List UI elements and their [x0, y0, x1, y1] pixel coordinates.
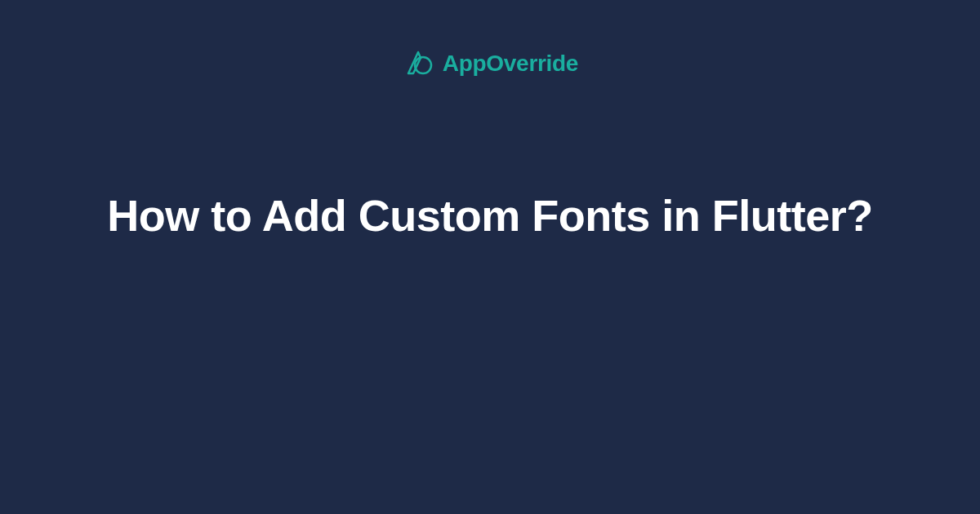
brand-header: AppOverride: [402, 47, 578, 80]
brand-logo-icon: [402, 47, 434, 80]
title-container: How to Add Custom Fonts in Flutter?: [0, 186, 980, 246]
page-title: How to Add Custom Fonts in Flutter?: [82, 186, 898, 246]
brand-name: AppOverride: [443, 51, 578, 77]
